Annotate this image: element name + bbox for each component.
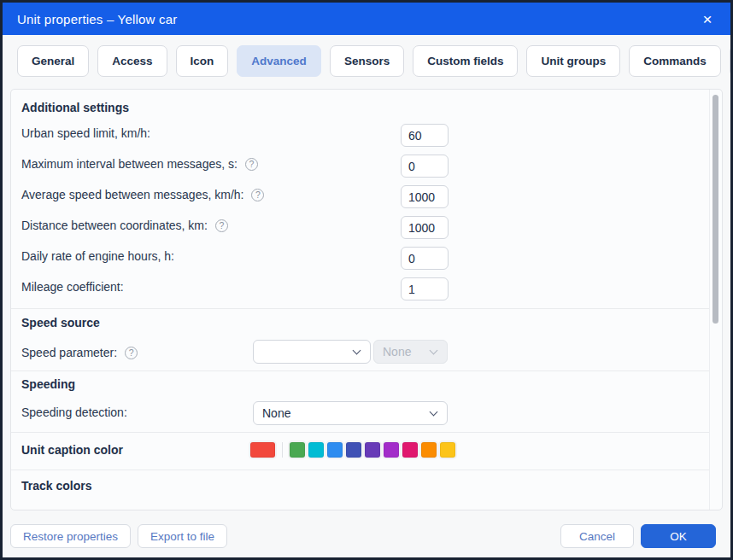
average-speed-label: Average speed between messages, km/h: <box>21 188 243 201</box>
color-swatch[interactable] <box>421 442 437 458</box>
speed-parameter-label: Speed parameter: <box>21 346 117 359</box>
color-swatch[interactable] <box>290 442 305 458</box>
section-heading-additional-settings: Additional settings <box>21 101 129 114</box>
section-divider <box>11 370 709 371</box>
chevron-down-icon <box>430 407 438 416</box>
color-swatch[interactable] <box>365 442 380 458</box>
speed-unit-dropdown: None <box>373 340 448 364</box>
urban-speed-limit-label: Urban speed limit, km/h: <box>21 126 150 140</box>
footer-right-actions: Cancel OK <box>560 524 716 548</box>
section-heading-unit-caption-color: Unit caption color <box>21 443 123 457</box>
section-heading-speed-source: Speed source <box>21 316 100 330</box>
tab-custom-fields[interactable]: Custom fields <box>413 45 518 77</box>
row-urban-speed-limit: Urban speed limit, km/h: <box>21 126 150 140</box>
swatch-divider <box>282 442 283 458</box>
speed-parameter-dropdown[interactable] <box>253 340 371 364</box>
section-divider <box>11 432 709 433</box>
footer-left-actions: Restore properties Export to file <box>10 524 227 548</box>
daily-engine-hours-label: Daily rate of engine hours, h: <box>21 249 174 263</box>
row-daily-engine-hours: Daily rate of engine hours, h: <box>21 249 174 263</box>
urban-speed-limit-input[interactable] <box>401 124 449 147</box>
row-average-speed: Average speed between messages, km/h: ? <box>21 188 264 201</box>
mileage-coefficient-label: Mileage coefficient: <box>21 280 124 294</box>
speeding-detection-value: None <box>262 406 290 420</box>
distance-coordinates-input[interactable] <box>401 216 449 239</box>
section-heading-track-colors: Track colors <box>21 479 92 493</box>
row-speed-parameter: Speed parameter: ? <box>21 346 138 359</box>
cancel-button[interactable]: Cancel <box>560 524 634 548</box>
color-swatch[interactable] <box>327 442 343 458</box>
distance-coordinates-label: Distance between coordinates, km: <box>21 219 208 232</box>
help-icon[interactable]: ? <box>245 158 258 171</box>
help-icon[interactable]: ? <box>215 219 228 232</box>
tab-access[interactable]: Access <box>97 45 167 77</box>
row-mileage-coefficient: Mileage coefficient: <box>21 280 124 294</box>
caption-color-swatches <box>250 442 455 458</box>
color-swatch[interactable] <box>308 442 324 458</box>
close-icon[interactable]: × <box>698 11 717 27</box>
chevron-down-icon <box>353 346 361 354</box>
max-interval-input[interactable] <box>401 155 449 178</box>
advanced-settings-panel: Additional settings Urban speed limit, k… <box>10 89 723 510</box>
row-distance-coordinates: Distance between coordinates, km: ? <box>21 219 228 232</box>
tab-sensors[interactable]: Sensors <box>330 45 404 77</box>
color-swatch[interactable] <box>384 442 399 458</box>
export-to-file-button[interactable]: Export to file <box>138 524 227 548</box>
restore-properties-button[interactable]: Restore properties <box>10 524 131 548</box>
unit-properties-dialog: Unit properties – Yellow car × General A… <box>0 0 733 560</box>
section-divider <box>11 470 709 470</box>
tab-commands[interactable]: Commands <box>629 45 721 77</box>
color-swatch-selected[interactable] <box>250 442 275 458</box>
daily-engine-hours-input[interactable] <box>401 247 449 270</box>
average-speed-input[interactable] <box>401 185 449 208</box>
tab-general[interactable]: General <box>17 45 89 77</box>
row-speeding-detection: Speeding detection: <box>21 405 127 419</box>
color-swatch[interactable] <box>402 442 418 458</box>
chevron-down-icon <box>430 346 438 354</box>
speed-unit-value: None <box>383 345 411 359</box>
help-icon[interactable]: ? <box>125 347 138 359</box>
tab-unit-groups[interactable]: Unit groups <box>526 45 620 77</box>
tab-advanced[interactable]: Advanced <box>237 45 321 77</box>
dialog-titlebar: Unit properties – Yellow car × <box>3 3 730 35</box>
tab-trip-detector[interactable]: Trip detector <box>730 45 733 77</box>
scrollbar-thumb[interactable] <box>712 95 718 324</box>
speeding-detection-dropdown[interactable]: None <box>253 401 448 425</box>
tab-icon[interactable]: Icon <box>176 45 229 77</box>
mileage-coefficient-input[interactable] <box>401 277 449 300</box>
row-max-interval: Maximum interval between messages, s: ? <box>21 157 258 171</box>
dialog-title: Unit properties – Yellow car <box>17 12 177 26</box>
ok-button[interactable]: OK <box>641 524 716 548</box>
max-interval-label: Maximum interval between messages, s: <box>21 157 237 171</box>
scrollbar-track-divider <box>709 90 710 510</box>
color-swatch[interactable] <box>440 442 455 458</box>
color-swatch[interactable] <box>346 442 361 458</box>
speeding-detection-label: Speeding detection: <box>21 405 127 419</box>
tab-bar: General Access Icon Advanced Sensors Cus… <box>17 45 733 77</box>
help-icon[interactable]: ? <box>251 189 264 201</box>
section-divider <box>11 308 709 309</box>
section-heading-speeding: Speeding <box>21 377 75 391</box>
